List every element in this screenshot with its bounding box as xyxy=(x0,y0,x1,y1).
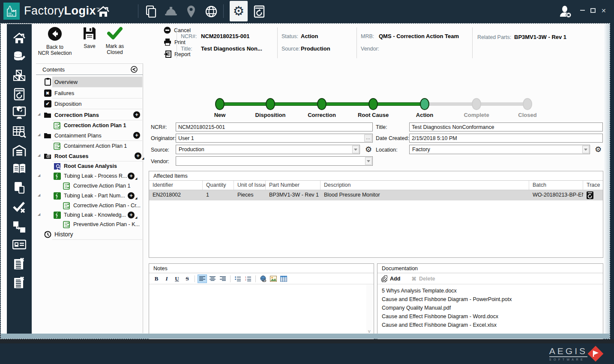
hyperlink-globe-icon[interactable] xyxy=(258,274,268,283)
book-icon[interactable] xyxy=(12,162,26,176)
location-select[interactable]: Factory xyxy=(409,145,590,154)
document-file-item[interactable]: Cause and Effect Fishbone Diagram - Powe… xyxy=(382,296,512,302)
originator-picker-button[interactable]: … xyxy=(364,134,372,142)
table-search-icon[interactable] xyxy=(12,125,26,139)
add-button[interactable]: + xyxy=(133,132,140,139)
vendor-select[interactable] xyxy=(176,156,373,166)
expander-icon[interactable]: ◢ xyxy=(38,173,40,177)
document-file-item[interactable]: Company Quality Manual.pdf xyxy=(382,305,451,311)
align-left-icon[interactable] xyxy=(198,274,207,283)
close-icon[interactable]: ✕ xyxy=(601,8,606,14)
tree-item-tubing-leak-knowledge[interactable]: Tubing Leak - Knowledg... xyxy=(53,210,126,220)
add-button[interactable]: + xyxy=(135,152,141,159)
chevron-down-icon[interactable] xyxy=(582,146,589,153)
date-created-input[interactable] xyxy=(409,134,603,143)
add-dropdown-caret-icon[interactable]: ◢ xyxy=(135,216,137,219)
italic-icon[interactable]: I xyxy=(162,274,171,283)
tree-item-preventive-action-plan-k[interactable]: Preventive Action Plan - K... xyxy=(63,219,140,230)
tree-item-disposition[interactable]: ✔ Disposition xyxy=(44,98,82,109)
copy-pages-icon[interactable] xyxy=(12,181,26,194)
tree-item-tubing-leak-part-number[interactable]: Tubing Leak - Part Num... xyxy=(53,191,125,201)
expander-icon[interactable]: ◢ xyxy=(38,212,40,216)
expander-icon[interactable]: ◢ xyxy=(38,133,40,137)
document-file-item[interactable]: Cause and Effect Fishbone Diagram - Word… xyxy=(382,313,498,319)
back-to-ncr-selection-button[interactable]: Back toNCR Selection xyxy=(37,27,73,56)
add-dropdown-caret-icon[interactable]: ◢ xyxy=(135,177,137,180)
chevron-down-icon[interactable] xyxy=(365,157,372,165)
list-remove-icon[interactable] xyxy=(12,257,26,271)
crates-icon[interactable] xyxy=(12,69,26,82)
warehouse-icon[interactable] xyxy=(12,144,26,158)
tree-item-tubing-leak-process[interactable]: Tubing Leak - Process R... xyxy=(53,171,127,181)
tree-item-failures[interactable]: ✖ Failures xyxy=(44,88,74,98)
refresh-doc-icon[interactable] xyxy=(252,5,267,18)
transfer-boxes-icon[interactable] xyxy=(12,220,26,234)
dashboard-monitor-icon[interactable] xyxy=(12,106,26,119)
minimize-icon[interactable] xyxy=(580,9,585,11)
column-description[interactable]: Description xyxy=(320,181,529,190)
bold-icon[interactable]: B xyxy=(152,274,161,283)
add-document-button[interactable]: Add xyxy=(390,276,400,282)
insert-image-icon[interactable] xyxy=(269,274,278,283)
tree-item-overview[interactable]: Overview xyxy=(44,77,78,87)
location-settings-gear-icon[interactable]: ⚙ xyxy=(595,146,602,153)
column-part-number[interactable]: Part Number xyxy=(266,181,320,190)
ncr-input[interactable] xyxy=(176,122,373,131)
tree-item-corrective-action-plan-1[interactable]: Corrective Action Plan 1 xyxy=(63,181,130,191)
add-dropdown-caret-icon[interactable]: ◢ xyxy=(142,157,144,160)
tree-item-corrective-action-plan-cr[interactable]: Corrective Action Plan - Cr... xyxy=(63,200,141,211)
column-trace[interactable]: Trace xyxy=(583,181,603,190)
hardhat-icon[interactable] xyxy=(164,5,178,18)
column-identifier[interactable]: Identifier xyxy=(149,181,203,190)
home-icon[interactable] xyxy=(96,5,111,18)
tree-item-correction-action-plan-1[interactable]: Correction Action Plan 1 xyxy=(53,120,126,131)
column-quantity[interactable]: Quantity xyxy=(203,181,234,190)
align-right-icon[interactable] xyxy=(218,274,228,283)
tree-item-history[interactable]: History xyxy=(44,229,73,239)
globe-icon[interactable] xyxy=(204,5,219,18)
delete-document-button[interactable]: Delete xyxy=(419,276,435,282)
maximize-icon[interactable] xyxy=(590,8,596,13)
mark-as-closed-button[interactable]: Mark asClosed xyxy=(97,27,133,55)
add-button[interactable]: + xyxy=(133,111,140,118)
title-input[interactable] xyxy=(409,122,603,131)
strikethrough-icon[interactable]: S xyxy=(183,274,192,283)
tree-item-containment-plans[interactable]: Containment Plans xyxy=(44,130,102,140)
affected-item-row[interactable]: EN2018002 1 Pieces BP3MV1-3W - Rev 1 Blo… xyxy=(149,190,603,200)
cancel-button[interactable]: Cancel xyxy=(164,27,191,34)
collapse-panel-icon[interactable] xyxy=(131,66,138,73)
expander-icon[interactable]: ◢ xyxy=(38,153,40,157)
location-pin-icon[interactable] xyxy=(184,5,198,18)
document-file-item[interactable]: 5 Whys Analysis Template.docx xyxy=(382,288,457,294)
copy-pages-icon[interactable] xyxy=(144,5,158,18)
notes-editor[interactable] xyxy=(150,285,367,334)
numbered-list-icon[interactable]: 12 xyxy=(243,274,253,283)
tree-item-root-cause-analysis[interactable]: Root Cause Analysis xyxy=(53,161,117,171)
expander-icon[interactable]: ◢ xyxy=(38,193,40,197)
add-button[interactable]: + xyxy=(128,173,135,179)
add-button[interactable]: + xyxy=(128,212,135,218)
refresh-doc-icon[interactable] xyxy=(12,87,26,101)
home-icon[interactable] xyxy=(12,31,26,45)
add-button[interactable]: + xyxy=(128,192,135,199)
add-dropdown-caret-icon[interactable]: ◢ xyxy=(135,197,137,200)
database-edit-icon[interactable] xyxy=(12,50,26,64)
originator-input[interactable] xyxy=(176,134,373,143)
expander-icon[interactable]: ◢ xyxy=(38,112,40,116)
id-card-icon[interactable] xyxy=(12,238,26,251)
list-remove-icon-2[interactable] xyxy=(12,276,26,289)
gear-icon[interactable]: ⚙ xyxy=(230,1,248,21)
tree-item-root-causes[interactable]: Root Causes xyxy=(44,151,88,161)
user-logout-icon[interactable] xyxy=(558,5,573,18)
chevron-down-icon[interactable] xyxy=(352,146,359,153)
trace-refresh-icon[interactable] xyxy=(583,190,603,200)
source-settings-gear-icon[interactable]: ⚙ xyxy=(365,146,372,153)
align-center-icon[interactable] xyxy=(208,274,217,283)
tree-item-correction-plans[interactable]: Correction Plans xyxy=(44,110,99,120)
source-select[interactable]: Production xyxy=(176,145,360,154)
insert-table-icon[interactable] xyxy=(279,274,288,283)
document-file-item[interactable]: Cause and Effect Fishbone Diagram - Exce… xyxy=(382,322,497,328)
bullet-list-icon[interactable] xyxy=(233,274,243,283)
check-x-icon[interactable] xyxy=(12,201,26,215)
column-unit-of-issue[interactable]: Unit of Issue xyxy=(234,181,266,190)
